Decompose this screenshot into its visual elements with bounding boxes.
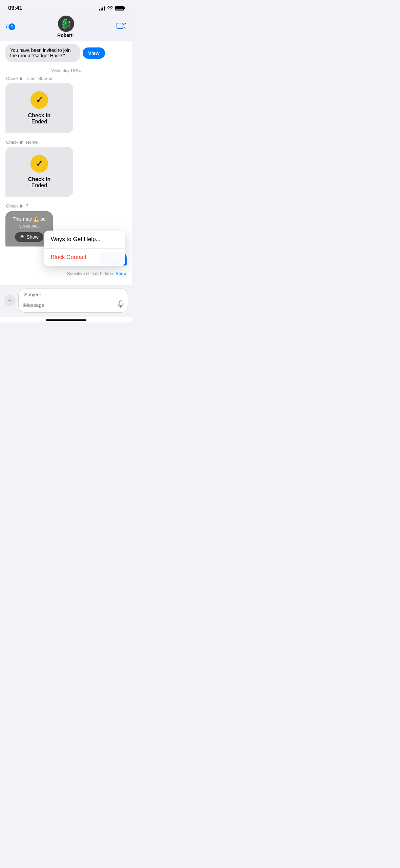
contact-chevron-icon: › [73, 33, 75, 38]
sensitive-sticker-footer: Sensitive sticker hidden. Show [0, 270, 132, 277]
context-menu-block-contact[interactable]: Block Contact [44, 249, 125, 266]
home-bar [46, 319, 86, 321]
avatar: 🐉 [58, 16, 74, 32]
back-chevron-icon: ‹ [5, 23, 8, 31]
input-area: + [0, 285, 132, 317]
add-button[interactable]: + [4, 295, 16, 306]
back-button[interactable]: ‹ 1 [5, 23, 15, 31]
sensitive-footer-show-link[interactable]: Show [115, 271, 127, 276]
checkin-icon-2: ✓ [30, 155, 48, 173]
message-input-container [18, 289, 128, 313]
checkin-label-3: Check In: T [5, 203, 127, 209]
checkin-label-3-container: Check In: T [0, 203, 132, 209]
context-menu-ways-to-help[interactable]: Ways to Get Help... [44, 231, 125, 249]
checkin-title-2: Check In [28, 176, 51, 182]
home-indicator [0, 317, 132, 322]
context-menu: Ways to Get Help... Block Contact [44, 231, 125, 266]
group-invite-message: You have been invited to join the group … [0, 41, 132, 64]
eye-icon: 👁 [20, 234, 24, 240]
checkin-subtitle-1: Ended [28, 119, 51, 125]
checkin-subtitle-2: Ended [28, 182, 51, 189]
status-icons [99, 5, 124, 11]
checkin-bubble-1: ✓ Check In Ended [5, 83, 73, 133]
message-timestamp: Yesterday 15:54 [0, 68, 132, 73]
message-input[interactable] [23, 302, 118, 308]
checkin-bubble-2: ✓ Check In Ended [5, 147, 73, 197]
checkin-label-1: Check In: Timer Started [5, 76, 127, 81]
svg-rect-1 [119, 301, 122, 305]
sensitive-footer-text: Sensitive sticker hidden. [67, 271, 114, 276]
signal-bars-icon [99, 6, 105, 11]
checkin-section-1: Check In: Timer Started ✓ Check In Ended [0, 76, 132, 134]
group-invite-bubble: You have been invited to join the group … [5, 44, 80, 62]
status-bar: 09:41 [0, 0, 132, 14]
video-call-button[interactable] [117, 22, 127, 32]
sensitive-text: This may ⚠️ be sensitive. [12, 216, 47, 229]
wifi-icon [107, 5, 113, 11]
group-invite-text: You have been invited to join the group … [10, 47, 75, 58]
contact-info[interactable]: 🐉 Robert › [57, 16, 75, 38]
checkin-section-2: Check In: Home ✓ Check In Ended [0, 140, 132, 198]
messages-area: You have been invited to join the group … [0, 41, 132, 285]
svg-rect-0 [117, 23, 123, 28]
battery-icon [115, 6, 124, 11]
back-badge: 1 [8, 23, 15, 30]
checkin-icon-1: ✓ [30, 91, 48, 109]
checkmark-icon-1: ✓ [36, 96, 43, 104]
nav-header: ‹ 1 🐉 Robert › [0, 14, 132, 41]
show-sensitive-button[interactable]: 👁 Show [15, 232, 43, 242]
checkin-label-2: Check In: Home [5, 140, 127, 145]
view-button[interactable]: View [83, 47, 105, 59]
subject-input[interactable] [19, 289, 128, 299]
status-time: 09:41 [8, 5, 22, 12]
contact-name: Robert › [57, 33, 75, 38]
mic-icon[interactable] [118, 300, 124, 310]
checkmark-icon-2: ✓ [36, 160, 43, 168]
checkin-title-1: Check In [28, 112, 51, 119]
